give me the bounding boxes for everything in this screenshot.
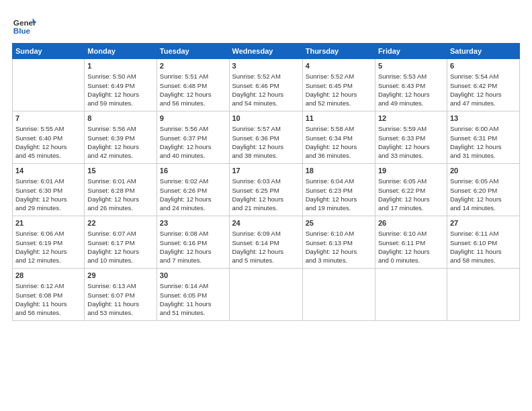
day-info-line: Sunrise: 5:56 AM bbox=[160, 124, 226, 133]
cell-2-6: 12Sunrise: 5:59 AMSunset: 6:33 PMDayligh… bbox=[375, 111, 447, 164]
day-info-line: Sunrise: 6:01 AM bbox=[15, 177, 81, 185]
day-info-line: Sunrise: 5:59 AM bbox=[378, 124, 444, 133]
cell-4-1: 21Sunrise: 6:06 AMSunset: 6:19 PMDayligh… bbox=[13, 216, 85, 269]
day-info-line: Sunrise: 5:50 AM bbox=[87, 72, 153, 81]
day-info-line: Sunrise: 6:04 AM bbox=[306, 177, 372, 185]
day-info-line: Sunrise: 6:13 AM bbox=[87, 281, 153, 290]
day-info-line: Sunrise: 5:54 AM bbox=[450, 72, 517, 81]
col-header-wednesday: Wednesday bbox=[229, 44, 302, 59]
day-info-line: Daylight: 12 hours bbox=[378, 90, 444, 99]
day-info-line: Sunrise: 6:00 AM bbox=[450, 124, 517, 133]
day-info-line: Sunset: 6:34 PM bbox=[306, 134, 372, 142]
day-info-line: Sunrise: 6:10 AM bbox=[378, 229, 444, 238]
day-info-line: Sunrise: 6:05 AM bbox=[378, 177, 444, 185]
day-info-line: and 42 minutes. bbox=[87, 151, 153, 160]
day-info-line: Daylight: 12 hours bbox=[450, 195, 517, 203]
day-info-line: Sunrise: 5:55 AM bbox=[15, 124, 81, 133]
day-info-line: Sunset: 6:17 PM bbox=[87, 238, 153, 247]
day-info-line: Sunset: 6:28 PM bbox=[87, 186, 153, 195]
day-number: 24 bbox=[232, 218, 300, 228]
day-info-line: and 38 minutes. bbox=[232, 151, 300, 160]
day-info-line: Sunset: 6:42 PM bbox=[450, 81, 517, 90]
day-info-line: Sunset: 6:40 PM bbox=[15, 134, 81, 142]
day-info-line: Daylight: 12 hours bbox=[306, 195, 372, 203]
day-info-line: and 24 minutes. bbox=[160, 203, 226, 212]
day-info-line: and 26 minutes. bbox=[87, 203, 153, 212]
cell-3-1: 14Sunrise: 6:01 AMSunset: 6:30 PMDayligh… bbox=[13, 164, 85, 216]
cell-5-4 bbox=[229, 269, 302, 321]
day-info-line: and 47 minutes. bbox=[450, 99, 517, 107]
week-row-5: 28Sunrise: 6:12 AMSunset: 6:08 PMDayligh… bbox=[13, 269, 520, 321]
day-info-line: and 3 minutes. bbox=[306, 256, 372, 265]
cell-2-2: 8Sunrise: 5:56 AMSunset: 6:39 PMDaylight… bbox=[85, 111, 157, 164]
day-number: 18 bbox=[306, 166, 372, 176]
day-info-line: Sunset: 6:08 PM bbox=[15, 291, 81, 300]
day-info-line: Sunset: 6:13 PM bbox=[306, 238, 372, 247]
day-info-line: Daylight: 12 hours bbox=[306, 90, 372, 99]
day-info-line: and 58 minutes. bbox=[450, 256, 517, 265]
cell-2-3: 9Sunrise: 5:56 AMSunset: 6:37 PMDaylight… bbox=[157, 111, 229, 164]
cell-3-2: 15Sunrise: 6:01 AMSunset: 6:28 PMDayligh… bbox=[85, 164, 157, 216]
svg-text:Blue: Blue bbox=[13, 26, 31, 35]
day-info-line: Sunset: 6:22 PM bbox=[378, 186, 444, 195]
day-number: 2 bbox=[160, 61, 226, 71]
day-info-line: Sunrise: 6:03 AM bbox=[232, 177, 300, 185]
logo: General Blue bbox=[12, 12, 39, 36]
day-number: 16 bbox=[160, 166, 226, 176]
day-number: 11 bbox=[306, 113, 372, 124]
cell-1-4: 3Sunrise: 5:52 AMSunset: 6:46 PMDaylight… bbox=[229, 59, 302, 111]
day-info-line: Daylight: 12 hours bbox=[87, 195, 153, 203]
day-info-line: Sunset: 6:19 PM bbox=[15, 238, 81, 247]
col-header-thursday: Thursday bbox=[302, 44, 375, 59]
day-info-line: Sunset: 6:23 PM bbox=[306, 186, 372, 195]
col-header-saturday: Saturday bbox=[447, 44, 519, 59]
day-number: 26 bbox=[378, 218, 444, 228]
day-info-line: Daylight: 11 hours bbox=[160, 300, 226, 308]
cell-1-6: 5Sunrise: 5:53 AMSunset: 6:43 PMDaylight… bbox=[375, 59, 447, 111]
day-info-line: Daylight: 12 hours bbox=[87, 90, 153, 99]
day-info-line: Daylight: 12 hours bbox=[87, 247, 153, 256]
cell-2-7: 13Sunrise: 6:00 AMSunset: 6:31 PMDayligh… bbox=[447, 111, 519, 164]
col-header-friday: Friday bbox=[375, 44, 447, 59]
day-info-line: Sunrise: 6:08 AM bbox=[160, 229, 226, 238]
day-info-line: Sunrise: 6:07 AM bbox=[87, 229, 153, 238]
day-info-line: Sunset: 6:26 PM bbox=[160, 186, 226, 195]
day-info-line: Sunrise: 6:14 AM bbox=[160, 281, 226, 290]
day-info-line: Sunset: 6:14 PM bbox=[232, 238, 300, 247]
day-info-line: Sunset: 6:07 PM bbox=[87, 291, 153, 300]
cell-5-5 bbox=[302, 269, 375, 321]
day-number: 12 bbox=[378, 113, 444, 124]
cell-2-1: 7Sunrise: 5:55 AMSunset: 6:40 PMDaylight… bbox=[13, 111, 85, 164]
day-number: 25 bbox=[306, 218, 372, 228]
cell-3-4: 17Sunrise: 6:03 AMSunset: 6:25 PMDayligh… bbox=[229, 164, 302, 216]
day-info-line: Sunrise: 6:11 AM bbox=[450, 229, 517, 238]
day-info-line: and 14 minutes. bbox=[450, 203, 517, 212]
day-number: 27 bbox=[450, 218, 517, 228]
day-info-line: Daylight: 12 hours bbox=[450, 142, 517, 151]
col-header-tuesday: Tuesday bbox=[157, 44, 229, 59]
day-info-line: Daylight: 12 hours bbox=[15, 142, 81, 151]
col-header-sunday: Sunday bbox=[13, 44, 85, 59]
day-info-line: Sunset: 6:16 PM bbox=[160, 238, 226, 247]
day-info-line: and 40 minutes. bbox=[160, 151, 226, 160]
day-info-line: Sunset: 6:48 PM bbox=[160, 81, 226, 90]
day-info-line: and 36 minutes. bbox=[306, 151, 372, 160]
cell-5-6 bbox=[375, 269, 447, 321]
day-info-line: Daylight: 12 hours bbox=[232, 247, 300, 256]
day-info-line: Daylight: 12 hours bbox=[378, 142, 444, 151]
cell-5-2: 29Sunrise: 6:13 AMSunset: 6:07 PMDayligh… bbox=[85, 269, 157, 321]
day-info-line: Sunset: 6:43 PM bbox=[378, 81, 444, 90]
day-info-line: Daylight: 12 hours bbox=[378, 247, 444, 256]
cell-4-3: 23Sunrise: 6:08 AMSunset: 6:16 PMDayligh… bbox=[157, 216, 229, 269]
day-info-line: and 59 minutes. bbox=[87, 99, 153, 107]
day-info-line: Daylight: 11 hours bbox=[450, 247, 517, 256]
day-info-line: and 53 minutes. bbox=[87, 308, 153, 317]
cell-3-7: 20Sunrise: 6:05 AMSunset: 6:20 PMDayligh… bbox=[447, 164, 519, 216]
cell-4-2: 22Sunrise: 6:07 AMSunset: 6:17 PMDayligh… bbox=[85, 216, 157, 269]
day-info-line: and 5 minutes. bbox=[232, 256, 300, 265]
day-number: 29 bbox=[87, 271, 153, 281]
day-number: 7 bbox=[15, 113, 81, 124]
day-number: 5 bbox=[378, 61, 444, 71]
day-info-line: Sunset: 6:36 PM bbox=[232, 134, 300, 142]
cell-1-2: 1Sunrise: 5:50 AMSunset: 6:49 PMDaylight… bbox=[85, 59, 157, 111]
